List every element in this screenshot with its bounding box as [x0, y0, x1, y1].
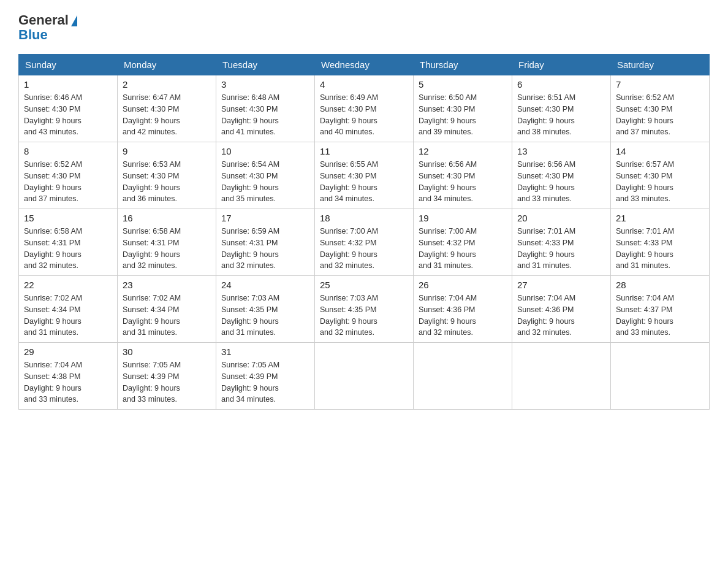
- calendar-day-cell: 31Sunrise: 7:05 AMSunset: 4:39 PMDayligh…: [216, 343, 315, 410]
- calendar-day-cell: 4Sunrise: 6:49 AMSunset: 4:30 PMDaylight…: [315, 75, 414, 142]
- day-number: 2: [123, 79, 211, 90]
- calendar-day-cell: 6Sunrise: 6:51 AMSunset: 4:30 PMDaylight…: [512, 75, 611, 142]
- day-number: 17: [221, 213, 309, 223]
- day-header-wednesday: Wednesday: [315, 55, 414, 75]
- day-info: Sunrise: 6:52 AMSunset: 4:30 PMDaylight:…: [24, 159, 112, 205]
- day-info: Sunrise: 6:54 AMSunset: 4:30 PMDaylight:…: [221, 159, 309, 205]
- calendar-day-cell: 18Sunrise: 7:00 AMSunset: 4:32 PMDayligh…: [315, 209, 414, 276]
- day-info: Sunrise: 6:51 AMSunset: 4:30 PMDaylight:…: [517, 92, 605, 138]
- calendar-day-cell: 11Sunrise: 6:55 AMSunset: 4:30 PMDayligh…: [315, 142, 414, 209]
- day-info: Sunrise: 6:48 AMSunset: 4:30 PMDaylight:…: [221, 92, 309, 138]
- calendar-day-cell: 3Sunrise: 6:48 AMSunset: 4:30 PMDaylight…: [216, 75, 315, 142]
- day-number: 19: [419, 213, 507, 223]
- day-number: 30: [123, 347, 211, 357]
- day-info: Sunrise: 7:03 AMSunset: 4:35 PMDaylight:…: [221, 293, 309, 339]
- day-number: 27: [517, 280, 605, 290]
- day-number: 25: [320, 280, 408, 290]
- day-info: Sunrise: 7:01 AMSunset: 4:33 PMDaylight:…: [517, 226, 605, 272]
- calendar-day-cell: 13Sunrise: 6:56 AMSunset: 4:30 PMDayligh…: [512, 142, 611, 209]
- day-header-saturday: Saturday: [611, 55, 710, 75]
- day-info: Sunrise: 6:53 AMSunset: 4:30 PMDaylight:…: [123, 159, 211, 205]
- day-info: Sunrise: 6:50 AMSunset: 4:30 PMDaylight:…: [419, 92, 507, 138]
- day-info: Sunrise: 6:46 AMSunset: 4:30 PMDaylight:…: [24, 92, 112, 138]
- day-info: Sunrise: 6:56 AMSunset: 4:30 PMDaylight:…: [419, 159, 507, 205]
- day-number: 16: [123, 213, 211, 223]
- calendar-day-cell: 24Sunrise: 7:03 AMSunset: 4:35 PMDayligh…: [216, 276, 315, 343]
- calendar-week-row: 15Sunrise: 6:58 AMSunset: 4:31 PMDayligh…: [19, 209, 710, 276]
- day-info: Sunrise: 6:58 AMSunset: 4:31 PMDaylight:…: [123, 226, 211, 272]
- calendar-day-cell: 10Sunrise: 6:54 AMSunset: 4:30 PMDayligh…: [216, 142, 315, 209]
- calendar-day-cell: 2Sunrise: 6:47 AMSunset: 4:30 PMDaylight…: [118, 75, 216, 142]
- calendar-day-cell: 19Sunrise: 7:00 AMSunset: 4:32 PMDayligh…: [414, 209, 512, 276]
- calendar-day-cell: 20Sunrise: 7:01 AMSunset: 4:33 PMDayligh…: [512, 209, 611, 276]
- day-info: Sunrise: 6:58 AMSunset: 4:31 PMDaylight:…: [24, 226, 112, 272]
- calendar-day-cell: 29Sunrise: 7:04 AMSunset: 4:38 PMDayligh…: [19, 343, 118, 410]
- day-info: Sunrise: 7:04 AMSunset: 4:36 PMDaylight:…: [517, 293, 605, 339]
- day-info: Sunrise: 6:49 AMSunset: 4:30 PMDaylight:…: [320, 92, 408, 138]
- calendar-day-cell: [611, 343, 710, 410]
- calendar-day-cell: 12Sunrise: 6:56 AMSunset: 4:30 PMDayligh…: [414, 142, 512, 209]
- calendar-day-cell: 22Sunrise: 7:02 AMSunset: 4:34 PMDayligh…: [19, 276, 118, 343]
- calendar-day-cell: 5Sunrise: 6:50 AMSunset: 4:30 PMDaylight…: [414, 75, 512, 142]
- day-info: Sunrise: 6:59 AMSunset: 4:31 PMDaylight:…: [221, 226, 309, 272]
- day-info: Sunrise: 6:55 AMSunset: 4:30 PMDaylight:…: [320, 159, 408, 205]
- day-info: Sunrise: 7:00 AMSunset: 4:32 PMDaylight:…: [419, 226, 507, 272]
- calendar-day-cell: 28Sunrise: 7:04 AMSunset: 4:37 PMDayligh…: [611, 276, 710, 343]
- day-number: 13: [517, 146, 605, 156]
- calendar-day-cell: [414, 343, 512, 410]
- day-number: 7: [616, 79, 704, 90]
- day-number: 21: [616, 213, 704, 223]
- day-header-thursday: Thursday: [414, 55, 512, 75]
- calendar-day-cell: 17Sunrise: 6:59 AMSunset: 4:31 PMDayligh…: [216, 209, 315, 276]
- calendar-day-cell: 1Sunrise: 6:46 AMSunset: 4:30 PMDaylight…: [19, 75, 118, 142]
- calendar-week-row: 22Sunrise: 7:02 AMSunset: 4:34 PMDayligh…: [19, 276, 710, 343]
- page-header: General Blue: [18, 12, 710, 43]
- day-info: Sunrise: 7:01 AMSunset: 4:33 PMDaylight:…: [616, 226, 704, 272]
- day-number: 10: [221, 146, 309, 156]
- day-info: Sunrise: 7:02 AMSunset: 4:34 PMDaylight:…: [24, 293, 112, 339]
- day-number: 29: [24, 347, 112, 357]
- calendar-day-cell: 27Sunrise: 7:04 AMSunset: 4:36 PMDayligh…: [512, 276, 611, 343]
- day-number: 24: [221, 280, 309, 290]
- calendar-day-cell: 9Sunrise: 6:53 AMSunset: 4:30 PMDaylight…: [118, 142, 216, 209]
- day-info: Sunrise: 6:52 AMSunset: 4:30 PMDaylight:…: [616, 92, 704, 138]
- day-info: Sunrise: 7:04 AMSunset: 4:36 PMDaylight:…: [419, 293, 507, 339]
- calendar-day-cell: 7Sunrise: 6:52 AMSunset: 4:30 PMDaylight…: [611, 75, 710, 142]
- day-header-friday: Friday: [512, 55, 611, 75]
- day-info: Sunrise: 6:47 AMSunset: 4:30 PMDaylight:…: [123, 92, 211, 138]
- calendar-header-row: SundayMondayTuesdayWednesdayThursdayFrid…: [19, 55, 710, 75]
- calendar-day-cell: 25Sunrise: 7:03 AMSunset: 4:35 PMDayligh…: [315, 276, 414, 343]
- calendar-day-cell: [512, 343, 611, 410]
- day-info: Sunrise: 7:03 AMSunset: 4:35 PMDaylight:…: [320, 293, 408, 339]
- day-info: Sunrise: 6:56 AMSunset: 4:30 PMDaylight:…: [517, 159, 605, 205]
- calendar-day-cell: 15Sunrise: 6:58 AMSunset: 4:31 PMDayligh…: [19, 209, 118, 276]
- calendar-day-cell: 26Sunrise: 7:04 AMSunset: 4:36 PMDayligh…: [414, 276, 512, 343]
- day-header-tuesday: Tuesday: [216, 55, 315, 75]
- calendar-week-row: 29Sunrise: 7:04 AMSunset: 4:38 PMDayligh…: [19, 343, 710, 410]
- day-number: 6: [517, 79, 605, 90]
- calendar-table: SundayMondayTuesdayWednesdayThursdayFrid…: [18, 54, 710, 410]
- day-info: Sunrise: 7:05 AMSunset: 4:39 PMDaylight:…: [221, 359, 309, 405]
- calendar-day-cell: 16Sunrise: 6:58 AMSunset: 4:31 PMDayligh…: [118, 209, 216, 276]
- day-number: 31: [221, 347, 309, 357]
- day-info: Sunrise: 6:57 AMSunset: 4:30 PMDaylight:…: [616, 159, 704, 205]
- day-number: 1: [24, 79, 112, 90]
- day-number: 22: [24, 280, 112, 290]
- day-number: 3: [221, 79, 309, 90]
- logo-blue-text: Blue: [18, 27, 48, 43]
- day-info: Sunrise: 7:04 AMSunset: 4:38 PMDaylight:…: [24, 359, 112, 405]
- calendar-day-cell: 8Sunrise: 6:52 AMSunset: 4:30 PMDaylight…: [19, 142, 118, 209]
- day-info: Sunrise: 7:02 AMSunset: 4:34 PMDaylight:…: [123, 293, 211, 339]
- calendar-day-cell: 23Sunrise: 7:02 AMSunset: 4:34 PMDayligh…: [118, 276, 216, 343]
- day-number: 8: [24, 146, 112, 156]
- day-number: 20: [517, 213, 605, 223]
- calendar-week-row: 1Sunrise: 6:46 AMSunset: 4:30 PMDaylight…: [19, 75, 710, 142]
- calendar-day-cell: 30Sunrise: 7:05 AMSunset: 4:39 PMDayligh…: [118, 343, 216, 410]
- day-number: 11: [320, 146, 408, 156]
- day-info: Sunrise: 7:04 AMSunset: 4:37 PMDaylight:…: [616, 293, 704, 339]
- day-number: 4: [320, 79, 408, 90]
- calendar-week-row: 8Sunrise: 6:52 AMSunset: 4:30 PMDaylight…: [19, 142, 710, 209]
- logo-triangle-icon: [71, 15, 77, 26]
- day-number: 12: [419, 146, 507, 156]
- logo: General Blue: [18, 12, 77, 43]
